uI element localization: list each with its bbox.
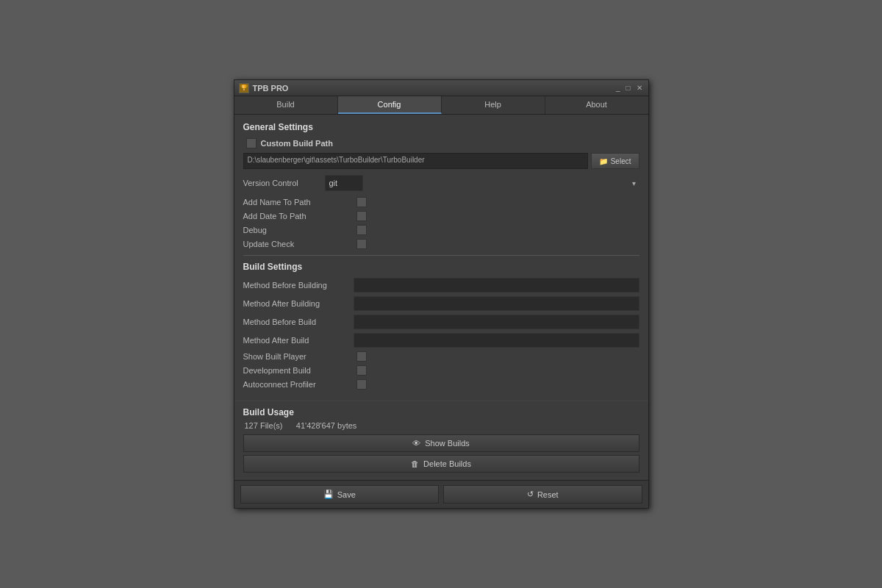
development-build-checkbox[interactable] xyxy=(356,365,367,376)
tab-build[interactable]: Build xyxy=(234,96,338,114)
add-date-to-path-row: Add Date To Path xyxy=(243,211,639,221)
method-after-building-row: Method After Building xyxy=(243,296,639,311)
select-button[interactable]: 📁 Select xyxy=(591,153,639,169)
title-controls: _ □ ✕ xyxy=(614,84,644,92)
delete-builds-button[interactable]: 🗑 Delete Builds xyxy=(243,455,639,473)
title-bar-left: 🏆 TPB PRO xyxy=(239,83,289,93)
method-after-build-row: Method After Build xyxy=(243,333,639,348)
scrollable-content[interactable]: General Settings Custom Build Path D:\sl… xyxy=(234,115,648,401)
version-control-row: Version Control git svn none xyxy=(243,175,639,191)
add-name-to-path-row: Add Name To Path xyxy=(243,197,639,207)
content-area: General Settings Custom Build Path D:\sl… xyxy=(234,115,648,480)
method-before-building-input[interactable] xyxy=(354,278,639,293)
minimize-button[interactable]: _ xyxy=(614,84,622,92)
development-build-row: Development Build xyxy=(243,365,639,376)
window-title: TPB PRO xyxy=(253,84,289,93)
version-control-select-wrap: git svn none xyxy=(325,175,639,191)
folder-icon: 📁 xyxy=(599,157,608,165)
bottom-bar: 💾 Save ↺ Reset xyxy=(234,480,648,508)
debug-row: Debug xyxy=(243,225,639,235)
tab-help[interactable]: Help xyxy=(442,96,545,114)
custom-build-path-row: Custom Build Path xyxy=(243,138,639,148)
method-before-build-label: Method Before Build xyxy=(243,318,354,326)
tab-config[interactable]: Config xyxy=(338,96,442,114)
update-check-checkbox[interactable] xyxy=(356,239,367,249)
show-built-player-row: Show Built Player xyxy=(243,351,639,362)
path-input[interactable]: D:\slaubenberger\git\assets\TurboBuilder… xyxy=(243,153,588,169)
version-control-select[interactable]: git svn none xyxy=(325,175,363,191)
show-builds-button[interactable]: 👁 Show Builds xyxy=(243,434,639,452)
debug-label: Debug xyxy=(243,226,354,234)
autoconnect-profiler-checkbox[interactable] xyxy=(356,379,367,390)
version-control-label: Version Control xyxy=(243,179,320,187)
restore-button[interactable]: □ xyxy=(624,84,631,92)
add-name-to-path-checkbox[interactable] xyxy=(356,197,367,207)
save-icon: 💾 xyxy=(323,490,334,499)
divider-1 xyxy=(243,255,639,256)
custom-build-path-label: Custom Build Path xyxy=(261,139,333,148)
update-check-label: Update Check xyxy=(243,240,354,248)
build-usage-section: Build Usage 127 File(s) 41'428'647 bytes… xyxy=(234,401,648,480)
add-date-to-path-label: Add Date To Path xyxy=(243,212,354,220)
add-name-to-path-label: Add Name To Path xyxy=(243,198,354,207)
update-check-row: Update Check xyxy=(243,239,639,249)
build-settings-title: Build Settings xyxy=(243,262,639,272)
reset-icon: ↺ xyxy=(527,490,534,499)
method-after-building-input[interactable] xyxy=(354,296,639,311)
debug-checkbox[interactable] xyxy=(356,225,367,235)
method-after-build-label: Method After Build xyxy=(243,336,354,345)
custom-build-path-checkbox[interactable] xyxy=(246,138,257,148)
build-stats: 127 File(s) 41'428'647 bytes xyxy=(243,421,639,430)
method-before-build-input[interactable] xyxy=(354,315,639,329)
autoconnect-profiler-label: Autoconnect Profiler xyxy=(243,380,354,389)
method-before-building-label: Method Before Building xyxy=(243,281,354,290)
save-button[interactable]: 💾 Save xyxy=(240,485,440,503)
build-usage-title: Build Usage xyxy=(243,407,639,417)
app-icon: 🏆 xyxy=(239,83,249,93)
reset-button[interactable]: ↺ Reset xyxy=(443,485,642,503)
tab-bar: Build Config Help About xyxy=(234,96,648,115)
method-after-build-input[interactable] xyxy=(354,333,639,348)
show-built-player-checkbox[interactable] xyxy=(356,351,367,362)
general-settings-title: General Settings xyxy=(243,122,639,132)
eye-icon: 👁 xyxy=(412,439,420,448)
add-date-to-path-checkbox[interactable] xyxy=(356,211,367,221)
close-button[interactable]: ✕ xyxy=(635,84,644,92)
development-build-label: Development Build xyxy=(243,366,354,375)
method-before-building-row: Method Before Building xyxy=(243,278,639,293)
title-bar: 🏆 TPB PRO _ □ ✕ xyxy=(234,80,648,96)
show-built-player-label: Show Built Player xyxy=(243,352,354,361)
method-before-build-row: Method Before Build xyxy=(243,315,639,329)
trash-icon: 🗑 xyxy=(411,459,419,468)
autoconnect-profiler-row: Autoconnect Profiler xyxy=(243,379,639,390)
main-window: 🏆 TPB PRO _ □ ✕ Build Config Help About … xyxy=(234,79,649,509)
tab-about[interactable]: About xyxy=(545,96,648,114)
path-row: D:\slaubenberger\git\assets\TurboBuilder… xyxy=(243,153,639,169)
method-after-building-label: Method After Building xyxy=(243,299,354,308)
